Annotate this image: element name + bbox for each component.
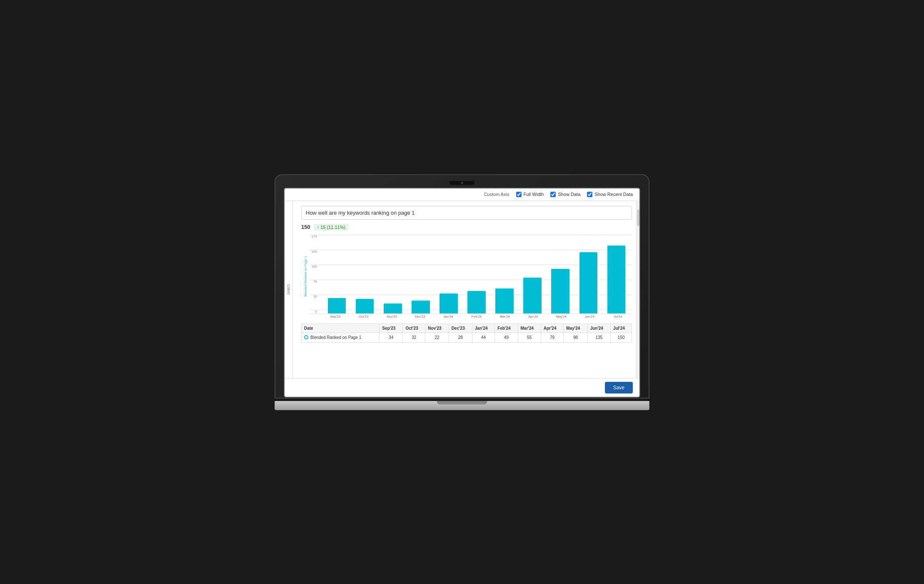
show-recent-label[interactable]: Show Recent Data [594,192,633,197]
bar-col [462,234,490,313]
col-jun24: Jun'24 [587,323,610,333]
custom-axis-label: Custom Axis [484,192,509,197]
val-apr24: 79 [541,333,564,343]
val-oct23: 32 [403,333,425,343]
val-sep23: 34 [380,333,403,343]
col-sep23: Sep'23 [380,323,403,333]
bar [384,303,402,313]
bar-col [519,234,547,313]
val-dec23: 28 [449,333,472,343]
chart-title-input[interactable] [301,206,632,220]
bar-col [602,234,630,313]
bar [440,293,458,313]
stats-row: 150 ↑ 15 (11.11%) [301,224,632,231]
x-label-jan24: Jan'24 [434,315,462,318]
bar [607,246,626,313]
color-label: Color) [287,284,291,295]
col-jul24: Jul'24 [610,323,632,333]
val-jun24: 135 [587,333,610,343]
x-labels: Sep'23 Oct'23 Nov'23 Dec'23 Jan'24 Feb'2… [310,314,632,318]
x-label-jul24: Jul'24 [604,315,632,318]
x-label-mar24: Mar'24 [491,315,519,318]
save-button[interactable]: Save [605,382,633,394]
bar-col [574,234,602,313]
x-label-dec23: Dec'23 [406,315,434,318]
stat-change: ↑ 15 (11.11%) [314,224,349,231]
col-oct23: Oct'23 [403,323,425,333]
val-jan24: 44 [472,333,495,343]
bar [551,269,569,313]
bar [495,288,514,313]
chart-container: Blended Ranked on Page 1 175 [301,235,632,318]
show-recent-checkbox[interactable] [587,192,592,197]
laptop-container: Custom Axis Full Width Show Data Show Re… [275,174,649,410]
scrollbar-thumb[interactable] [637,209,639,226]
main-area: 150 ↑ 15 (11.11%) Blended Ranked on Page… [293,201,639,378]
scrollbar-right[interactable] [636,201,639,378]
val-mar24: 55 [518,333,541,343]
show-data-checkbox[interactable] [550,192,556,197]
camera-dot [461,182,463,184]
stat-current: 150 [301,224,310,230]
color-sidebar: Color) [285,201,293,378]
show-data-label[interactable]: Show Data [558,192,580,197]
data-table: Date Sep'23 Oct'23 Nov'23 Dec'23 Jan'24 … [301,323,632,343]
chart-grid: 175 140 105 70 35 0 [310,235,632,314]
bar-col [323,234,351,313]
col-mar24: Mar'24 [518,323,541,333]
table-row: Blended Ranked on Page 1 34 32 22 28 44 [302,333,632,343]
x-label-oct23: Oct'23 [350,315,378,318]
bar [523,278,542,313]
x-label-nov23: Nov'23 [378,315,406,318]
show-data-group: Show Data [550,192,580,197]
date-header: Date [302,323,380,333]
bar [412,301,430,313]
bar-col [547,234,574,313]
col-apr24: Apr'24 [541,323,564,333]
series-dot [304,335,308,339]
screen-content: Custom Axis Full Width Show Data Show Re… [285,188,639,397]
col-jan24: Jan'24 [472,323,495,333]
col-feb24: Feb'24 [495,323,518,333]
bar [467,291,486,313]
footer-bar: Save [285,378,639,397]
bars-container [321,234,632,313]
bar-col [435,234,462,313]
val-nov23: 22 [425,333,449,343]
col-may24: May'24 [564,323,587,333]
col-dec23: Dec'23 [449,323,472,333]
full-width-group: Full Width [516,192,544,197]
bar [328,298,346,313]
series-name: Blended Ranked on Page 1 [310,335,361,340]
laptop-body: Custom Axis Full Width Show Data Show Re… [275,174,649,399]
val-may24: 98 [564,333,587,343]
x-label-apr24: Apr'24 [519,315,547,318]
screen-bezel: Custom Axis Full Width Show Data Show Re… [284,188,640,398]
bar-col [351,234,379,313]
show-recent-group: Show Recent Data [587,192,633,197]
bar-col [407,234,435,313]
toolbar: Custom Axis Full Width Show Data Show Re… [285,188,639,201]
camera-notch [450,181,474,185]
laptop-base [275,401,649,410]
val-feb24: 49 [495,333,518,343]
full-width-label[interactable]: Full Width [524,192,544,197]
full-width-checkbox[interactable] [516,192,522,197]
val-jul24: 150 [610,333,632,343]
bar [579,252,598,313]
app-container: Custom Axis Full Width Show Data Show Re… [285,188,639,397]
x-label-sep23: Sep'23 [321,315,350,318]
x-label-feb24: Feb'24 [462,315,491,318]
x-label-may24: May'24 [547,315,576,318]
x-label-jun24: Jun'24 [575,315,604,318]
col-nov23: Nov'23 [425,323,449,333]
bar [356,299,374,313]
bar-col [491,234,519,313]
y-axis-label: Blended Ranked on Page 1 [304,256,307,297]
bar-col [379,234,407,313]
